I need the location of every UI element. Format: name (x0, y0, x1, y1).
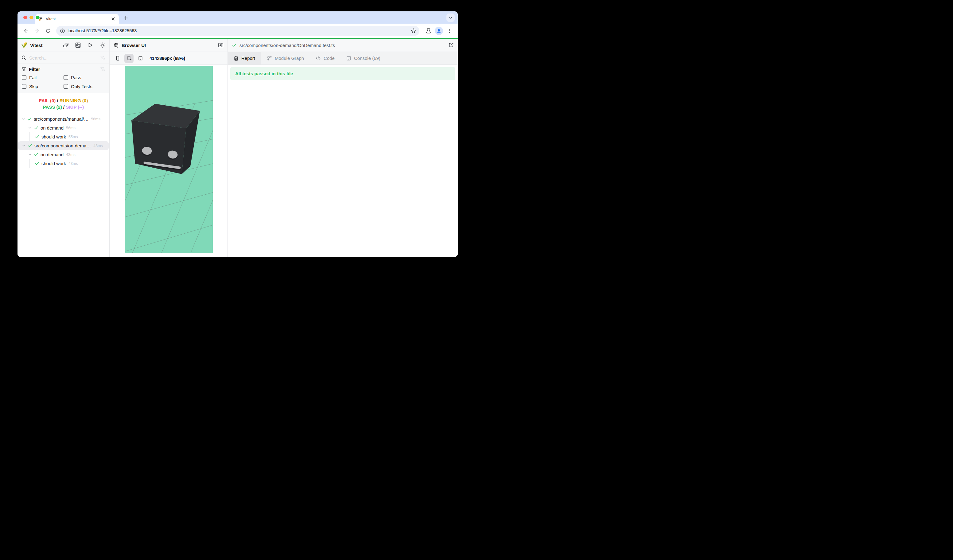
test-name: should work (42, 161, 66, 166)
forward-button[interactable] (32, 26, 42, 35)
new-tab-button[interactable] (121, 14, 130, 22)
chevron-down-icon[interactable] (28, 126, 32, 130)
reload-button[interactable] (43, 26, 53, 35)
browser-tab-vitest[interactable]: Vitest (35, 14, 119, 24)
console-icon (346, 56, 351, 61)
test-name: on demand (40, 152, 64, 157)
tablet-icon (138, 56, 143, 61)
robot-cube (131, 104, 200, 174)
tab-module-graph[interactable]: Module Graph (261, 52, 310, 65)
test-tree-row[interactable]: on demand 56ms (17, 123, 109, 132)
filter-option-pass[interactable]: Pass (64, 75, 105, 80)
code-icon (316, 56, 321, 61)
vitest-ui: Vitest (17, 39, 458, 257)
theme-toggle-button[interactable] (100, 42, 105, 48)
chevron-down-icon[interactable] (22, 144, 26, 148)
checkbox[interactable] (22, 84, 26, 89)
indent-guide (29, 159, 30, 168)
indent-guide (23, 132, 23, 141)
test-tree-row[interactable]: src/components/manual/… 56ms (17, 115, 109, 123)
browser-menu-button[interactable] (445, 26, 454, 35)
chevron-down-icon[interactable] (21, 117, 25, 121)
window-controls (23, 16, 39, 19)
indent-guide (23, 150, 23, 159)
tab-report[interactable]: Report (228, 52, 261, 65)
sidebar-header: Vitest (17, 39, 109, 52)
close-window-button[interactable] (23, 16, 27, 19)
run-all-button[interactable] (87, 42, 93, 48)
checkbox[interactable] (64, 75, 68, 80)
tab-title: Vitest (46, 17, 108, 21)
globe-icon (113, 43, 119, 48)
reload-icon (45, 28, 51, 34)
test-tree-row[interactable]: should work 55ms (17, 132, 109, 141)
preset-phone-large-button[interactable] (124, 54, 133, 63)
browser-tabstrip: Vitest (17, 11, 458, 24)
profile-avatar[interactable] (435, 27, 443, 35)
tested-app-canvas[interactable] (125, 66, 213, 253)
chrome-actions (424, 26, 454, 35)
tab-console[interactable]: Console (69) (340, 52, 386, 65)
filter-panel: Filter Fail Pass Skip Only Tests (17, 64, 109, 93)
maximize-window-button[interactable] (36, 16, 39, 19)
minimize-window-button[interactable] (29, 16, 33, 19)
all-passed-banner: All tests passed in this file (230, 67, 455, 80)
star-icon (410, 28, 416, 34)
browser-panel-header: Browser UI (110, 39, 228, 52)
dashboard-button[interactable] (75, 42, 81, 48)
checkbox[interactable] (64, 84, 68, 89)
test-tree-row[interactable]: src/components/on-dema… 43ms (18, 141, 109, 150)
panel-expand-icon (218, 42, 224, 48)
open-external-button[interactable] (448, 42, 454, 48)
test-tree-row[interactable]: on demand 43ms (17, 150, 109, 159)
report-tabs: Report Module Graph Code Console (69) (228, 52, 458, 65)
filter-option-only-tests[interactable]: Only Tests (64, 84, 105, 89)
external-link-icon (448, 42, 454, 48)
preset-tablet-button[interactable] (136, 54, 145, 63)
pass-check-icon (35, 135, 39, 139)
filter-option-fail[interactable]: Fail (22, 75, 64, 80)
person-icon (436, 28, 441, 34)
url-text[interactable]: localhost:5173/#/?file=1828625563 (68, 28, 407, 33)
running-count: RUNNING (0) (60, 98, 88, 103)
tab-close-icon[interactable] (110, 16, 116, 22)
back-button[interactable] (21, 26, 30, 35)
funnel-icon (22, 67, 26, 71)
pass-count: PASS (2) (43, 104, 62, 110)
pass-check-icon (28, 143, 32, 148)
pass-check-icon (35, 161, 39, 166)
experiments-button[interactable] (424, 26, 433, 35)
preview-windows-button[interactable] (63, 42, 68, 48)
checkbox[interactable] (22, 75, 26, 80)
address-bar[interactable]: localhost:5173/#/?file=1828625563 (56, 26, 419, 36)
dock-panel-button[interactable] (218, 42, 224, 48)
indent-guide (29, 132, 30, 141)
clear-filter-icon[interactable] (100, 55, 105, 60)
filter-title: Filter (29, 67, 40, 72)
clear-filter-icon[interactable] (100, 67, 105, 72)
search-input[interactable] (29, 55, 97, 60)
bookmark-star-button[interactable] (409, 26, 418, 35)
dashboard-icon (75, 42, 81, 48)
test-tree: src/components/manual/… 56ms on demand 5… (17, 113, 109, 257)
indent-guide (23, 159, 23, 168)
module-graph-icon (267, 56, 272, 61)
browser-panel-title: Browser UI (121, 43, 146, 48)
phone-icon (115, 56, 120, 61)
filter-options: Fail Pass Skip Only Tests (22, 75, 105, 89)
preset-phone-small-button[interactable] (113, 54, 122, 63)
play-icon (87, 42, 93, 48)
test-name: on demand (40, 125, 64, 130)
check-icon (232, 43, 237, 48)
tab-code[interactable]: Code (310, 52, 340, 65)
tab-search-button[interactable] (446, 14, 455, 22)
forward-arrow-icon (34, 28, 40, 34)
browser-window: Vitest localhost:5173/#/?file=1828625563 (17, 11, 458, 257)
viewport-size-label: 414x896px (68%) (149, 56, 185, 61)
chevron-down-icon (449, 16, 453, 20)
chevron-down-icon[interactable] (28, 153, 32, 157)
filter-option-skip[interactable]: Skip (22, 84, 64, 89)
site-info-icon[interactable] (60, 28, 65, 34)
test-tree-row[interactable]: should work 43ms (17, 159, 109, 168)
test-name: should work (42, 134, 66, 140)
